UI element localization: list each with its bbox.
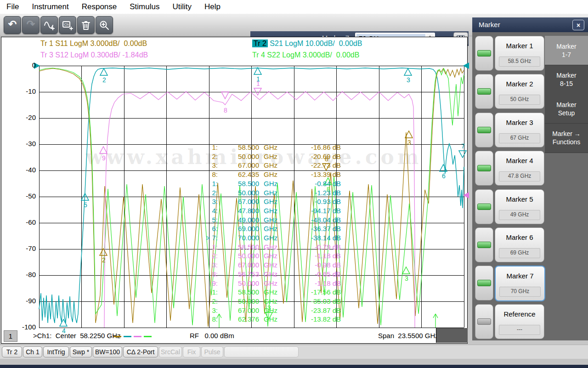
tab-marker-8-15[interactable]: Marker8-15: [545, 65, 588, 95]
marker-readout-table: 1:58.500GHz-16.86 dB2:50.000GHz-20.69 dB…: [198, 143, 341, 324]
marker-glyph-8: [221, 92, 229, 99]
y-axis-label: -30: [18, 140, 36, 147]
status-button-srccal[interactable]: SrcCal: [159, 346, 182, 357]
marker-button-value: 50 GHz: [499, 95, 540, 105]
svg-text:3: 3: [405, 275, 408, 282]
marker-2-button[interactable]: Marker 250 GHz: [495, 74, 544, 109]
menu-bar: FileInstrumentResponseStimulusUtilityHel…: [0, 0, 588, 14]
close-icon[interactable]: ×: [572, 20, 584, 30]
rf-power-label: RF 0.00 dBm: [190, 332, 234, 340]
channel-tab[interactable]: 1: [4, 330, 17, 342]
channel-center-label: >Ch1: Center 58.2250 GHz: [33, 332, 121, 340]
add-trace-icon: [44, 20, 55, 31]
status-button-bw-100[interactable]: BW=100: [93, 346, 122, 357]
menu-item-stimulus[interactable]: Stimulus: [123, 2, 166, 11]
status-button-c-2-port[interactable]: CΔ 2-Port: [123, 346, 158, 357]
marker-button-label: Marker 2: [495, 80, 544, 88]
marker-3-button[interactable]: Marker 367 GHz: [495, 113, 544, 147]
menu-item-help[interactable]: Help: [198, 2, 227, 11]
marker-readout-row: 9:50.000GHz-1.18 dB: [198, 279, 341, 288]
marker-button-value: 58.5 GHz: [499, 57, 540, 67]
svg-text:Ch: Ch: [64, 23, 69, 27]
zoom-button[interactable]: [96, 16, 113, 34]
trace-id-tr-4: Tr 4: [252, 51, 265, 59]
svg-text:6: 6: [442, 172, 446, 180]
y-axis-label: -80: [18, 271, 36, 278]
reference-button[interactable]: Reference---: [495, 304, 544, 339]
marker-readout-row: 8:56.753GHz-0.65 dB: [198, 270, 341, 279]
add-channel-button[interactable]: Ch: [59, 16, 76, 34]
tab-marker-functions[interactable]: Marker →Functions: [545, 124, 588, 153]
graph-corner-patch: [436, 328, 468, 343]
status-button-tr-2[interactable]: Tr 2: [2, 346, 22, 357]
trace-params: S12 LogM 0.300dB/ -1.84dB: [53, 51, 148, 59]
status-button-pulse[interactable]: Pulse: [201, 346, 223, 357]
led-indicator-green: [477, 88, 491, 95]
marker-button-value: 47.8 GHz: [499, 171, 540, 181]
marker-6-button[interactable]: Marker 669 GHz: [495, 227, 544, 262]
marker-5-button[interactable]: Marker 549 GHz: [495, 189, 544, 224]
marker-button-value: 69 GHz: [499, 248, 540, 258]
marker-readout-row: 6:69.000GHz-36.37 dB: [198, 224, 341, 233]
svg-text:3: 3: [407, 76, 410, 84]
undo-icon: ↶: [8, 18, 17, 30]
reference-toggle[interactable]: [475, 304, 493, 339]
marker-readout-row: 1:58.500GHz-17.56 dB: [198, 288, 341, 297]
marker-glyph-2: [100, 68, 107, 75]
y-axis-label: -100: [18, 323, 36, 331]
marker-7-button[interactable]: Marker 770 GHz: [495, 266, 545, 301]
menu-item-file[interactable]: File: [0, 2, 25, 11]
marker-glyph-1: [254, 68, 261, 74]
trace-legend-tr-3[interactable]: Tr 3 S12 LogM 0.300dB/ -1.84dB: [40, 51, 148, 59]
undo-button[interactable]: ↶: [4, 16, 21, 34]
marker-panel-title: Marker: [479, 21, 500, 28]
menu-item-instrument[interactable]: Instrument: [25, 2, 75, 11]
marker-1-toggle[interactable]: [475, 36, 493, 71]
marker-button-label: Marker 7: [496, 272, 544, 280]
status-button-blank[interactable]: [224, 346, 299, 357]
trace-color-dash: [113, 336, 121, 337]
led-indicator-green: [477, 280, 491, 286]
marker-6-toggle[interactable]: [475, 227, 493, 262]
marker-readout-row: 3:67.000GHz-22.73 dB: [198, 161, 341, 170]
delete-trace-icon: [81, 20, 91, 31]
y-axis-label: -40: [18, 166, 36, 174]
led-indicator-green: [477, 165, 491, 171]
trace-id-tr-1: Tr 1: [40, 40, 53, 47]
led-indicator-green: [477, 127, 491, 133]
marker-readout-row: 8:62.435GHz-13.39 dB: [198, 170, 341, 179]
marker-button-value: 67 GHz: [499, 133, 540, 143]
marker-button-label: Marker 1: [495, 42, 544, 50]
status-button-inttrig[interactable]: IntTrig: [43, 346, 69, 357]
svg-text:1: 1: [256, 80, 260, 87]
marker-button-label: Marker 6: [495, 233, 544, 241]
span-label: Span 23.5500 GHz: [378, 332, 439, 340]
add-trace-button[interactable]: [40, 16, 58, 34]
marker-7-toggle[interactable]: [475, 266, 493, 300]
status-button-fix[interactable]: Fix: [183, 346, 200, 357]
trace-legend-tr-2[interactable]: Tr 2 S21 LogM 10.00dB/ 0.00dB: [252, 40, 362, 48]
trace-legend-tr-1[interactable]: Tr 1 S11 LogM 3.000dB/ 0.00dB: [40, 40, 147, 48]
marker-readout-row: > 7:70.000GHz-38.14 dB: [198, 233, 341, 243]
marker-readout-row: 4:47.800GHz-94.17 dB: [198, 206, 341, 215]
menu-item-utility[interactable]: Utility: [166, 2, 198, 11]
marker-button-label: Marker 3: [495, 119, 544, 126]
marker-readout-row: 3:67.000GHz-0.98 dB: [198, 260, 341, 270]
marker-1-button[interactable]: Marker 158.5 GHz: [495, 36, 544, 71]
delete-trace-button[interactable]: [77, 16, 95, 34]
trace-params: S21 LogM 10.00dB/ 0.00dB: [268, 40, 362, 47]
trace-legend-tr-4[interactable]: Tr 4 S22 LogM 3.000dB/ 0.00dB: [252, 51, 359, 59]
marker-4-button[interactable]: Marker 447.8 GHz: [495, 151, 544, 186]
marker-button-value: 70 GHz: [499, 287, 541, 297]
status-button-ch-1[interactable]: Ch 1: [23, 346, 42, 357]
tab-marker-1-7[interactable]: Marker1-7: [545, 36, 588, 65]
marker-2-toggle[interactable]: [475, 74, 493, 109]
marker-3-toggle[interactable]: [475, 113, 493, 147]
status-button-swp[interactable]: Swp *: [70, 346, 92, 357]
marker-4-toggle[interactable]: [475, 151, 493, 186]
tab-marker-setup[interactable]: MarkerSetup: [545, 94, 588, 124]
marker-5-toggle[interactable]: [475, 189, 493, 224]
menu-item-response[interactable]: Response: [75, 2, 124, 11]
trace-id-tr-3: Tr 3: [40, 51, 53, 59]
redo-button[interactable]: ↷: [22, 16, 40, 34]
